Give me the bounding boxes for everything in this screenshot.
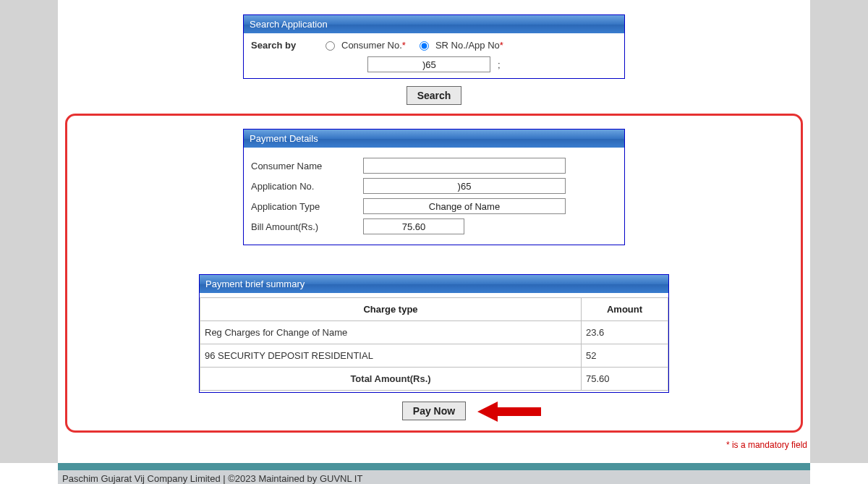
application-no-label: Application No.	[251, 181, 363, 192]
charge-cell: 96 SECURITY DEPOSIT RESIDENTIAL	[200, 344, 582, 368]
consumer-no-label: Consumer No.*	[341, 40, 406, 51]
table-row: 96 SECURITY DEPOSIT RESIDENTIAL 52	[200, 344, 668, 368]
payment-summary-title: Payment brief summary	[200, 275, 668, 293]
charge-cell: Reg Charges for Change of Name	[200, 321, 582, 344]
consumer-name-field[interactable]	[363, 158, 566, 174]
search-input[interactable]	[367, 56, 490, 72]
payment-details-title: Payment Details	[244, 130, 624, 148]
total-row: Total Amount(Rs.) 75.60	[200, 368, 668, 391]
content-area: Search Application Search by Consumer No…	[58, 0, 810, 463]
amount-cell: 23.6	[582, 321, 668, 344]
arrow-icon	[477, 399, 542, 425]
col-amount: Amount	[582, 298, 668, 321]
highlighted-section: Payment Details Consumer Name Applicatio…	[65, 114, 803, 433]
pay-now-button[interactable]: Pay Now	[402, 402, 466, 420]
left-gutter	[0, 0, 58, 463]
search-by-label: Search by	[251, 40, 309, 51]
col-charge-type: Charge type	[200, 298, 582, 321]
payment-details-panel: Payment Details Consumer Name Applicatio…	[243, 129, 625, 245]
bill-amount-label: Bill Amount(Rs.)	[251, 221, 363, 232]
amount-cell: 52	[582, 344, 668, 368]
summary-table: Charge type Amount Reg Charges for Chang…	[200, 297, 668, 391]
application-type-label: Application Type	[251, 201, 363, 212]
mandatory-note: * is a mandatory field	[726, 440, 807, 450]
footer-text: Paschim Gujarat Vij Company Limited | ©2…	[58, 470, 810, 484]
bill-amount-field[interactable]	[363, 218, 464, 234]
right-gutter	[810, 0, 868, 463]
consumer-name-label: Consumer Name	[251, 161, 363, 171]
sr-no-label: SR No./App No*	[435, 40, 503, 51]
application-no-field[interactable]	[363, 178, 566, 194]
search-panel-title: Search Application	[244, 15, 624, 33]
total-value: 75.60	[582, 368, 668, 391]
search-application-panel: Search Application Search by Consumer No…	[243, 14, 625, 79]
teal-divider	[58, 463, 810, 470]
application-type-field[interactable]	[363, 198, 566, 214]
consumer-no-radio[interactable]	[326, 41, 335, 51]
input-separator: ;	[498, 59, 501, 70]
svg-marker-0	[477, 402, 541, 422]
search-button[interactable]: Search	[407, 86, 462, 105]
total-label: Total Amount(Rs.)	[200, 368, 582, 391]
table-row: Reg Charges for Change of Name 23.6	[200, 321, 668, 344]
payment-summary-panel: Payment brief summary Charge type Amount…	[199, 274, 669, 393]
sr-no-radio[interactable]	[420, 41, 429, 51]
